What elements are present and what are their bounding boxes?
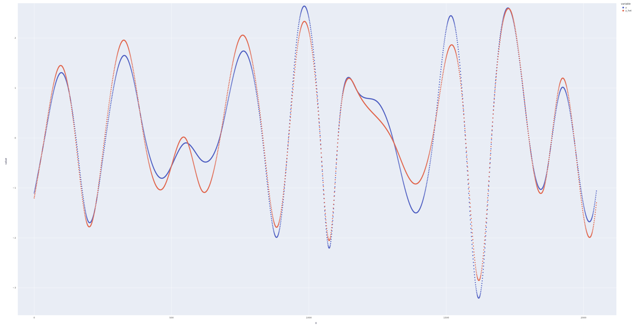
svg-point-1298 — [390, 130, 391, 132]
svg-point-1436 — [428, 172, 429, 173]
svg-point-4044 — [582, 208, 583, 209]
svg-point-2959 — [284, 184, 285, 185]
svg-point-67 — [52, 95, 53, 96]
svg-point-3865 — [533, 168, 534, 169]
svg-point-1990 — [580, 188, 581, 189]
svg-point-2706 — [214, 165, 216, 166]
svg-point-2204 — [76, 152, 78, 153]
svg-point-2997 — [294, 69, 295, 70]
svg-point-3710 — [490, 150, 491, 151]
svg-point-1651 — [487, 204, 488, 205]
svg-point-3624 — [466, 158, 468, 160]
svg-point-2974 — [288, 139, 289, 140]
svg-point-4024 — [576, 162, 578, 163]
svg-point-2782 — [235, 49, 236, 50]
svg-point-185 — [84, 208, 86, 210]
svg-point-3652 — [474, 260, 475, 261]
svg-point-3141 — [334, 192, 335, 193]
svg-point-3752 — [502, 25, 503, 26]
svg-point-3068 — [314, 68, 315, 70]
svg-point-160 — [78, 156, 78, 156]
svg-point-2968 — [286, 158, 287, 159]
svg-point-2056 — [36, 185, 37, 186]
svg-point-3754 — [502, 22, 503, 24]
svg-point-3638 — [470, 214, 471, 215]
svg-point-2918 — [272, 218, 274, 219]
svg-point-1879 — [550, 150, 551, 150]
svg-point-3713 — [491, 138, 492, 138]
svg-point-4043 — [582, 206, 582, 207]
svg-point-2394 — [129, 50, 130, 52]
svg-point-3853 — [530, 146, 530, 147]
svg-point-2072 — [40, 159, 41, 160]
svg-point-2553 — [172, 160, 173, 162]
svg-point-704 — [227, 102, 228, 104]
svg-point-1888 — [552, 132, 553, 133]
svg-point-3509 — [435, 121, 436, 122]
svg-point-999 — [308, 16, 309, 17]
svg-point-939 — [292, 91, 292, 92]
svg-point-2843 — [252, 62, 253, 63]
svg-point-4087 — [594, 220, 595, 221]
svg-point-2057 — [36, 183, 37, 184]
svg-point-2298 — [102, 152, 103, 152]
svg-point-1902 — [556, 106, 557, 108]
svg-point-1078 — [330, 244, 331, 246]
svg-point-3947 — [555, 106, 556, 106]
svg-point-2041 — [594, 202, 595, 204]
svg-point-3059 — [311, 48, 312, 49]
svg-point-1498 — [445, 32, 446, 33]
svg-point-2965 — [286, 167, 286, 168]
svg-point-2466 — [148, 163, 150, 164]
svg-point-2117 — [52, 86, 54, 87]
svg-point-1326 — [398, 161, 399, 162]
svg-point-889 — [278, 234, 279, 235]
svg-point-4086 — [594, 222, 594, 223]
svg-point-2985 — [291, 104, 292, 106]
svg-point-1665 — [491, 139, 492, 140]
svg-point-2994 — [294, 77, 294, 78]
svg-point-3813 — [518, 54, 520, 55]
svg-point-3134 — [332, 218, 333, 219]
svg-point-3598 — [459, 76, 460, 77]
svg-point-1695 — [499, 39, 500, 40]
svg-point-2005 — [584, 211, 585, 212]
svg-point-3792 — [512, 18, 514, 19]
svg-point-1973 — [576, 154, 576, 155]
svg-point-1000 — [308, 17, 309, 18]
svg-point-1940 — [566, 96, 568, 97]
svg-point-2468 — [149, 166, 150, 166]
svg-point-3857 — [530, 154, 532, 155]
svg-point-1907 — [558, 99, 558, 100]
svg-point-2200 — [75, 142, 76, 143]
svg-point-2071 — [40, 160, 41, 162]
svg-point-2711 — [216, 158, 217, 159]
svg-point-3519 — [438, 103, 439, 104]
svg-point-703 — [227, 104, 228, 105]
svg-point-2002 — [584, 207, 584, 208]
svg-point-1581 — [468, 188, 469, 189]
svg-point-1655 — [488, 186, 489, 187]
svg-point-2779 — [234, 52, 236, 53]
svg-point-3730 — [496, 76, 497, 77]
svg-point-3932 — [551, 138, 552, 138]
svg-point-2473 — [150, 171, 151, 172]
svg-point-2919 — [273, 220, 274, 220]
svg-point-858 — [269, 206, 270, 206]
svg-point-3002 — [296, 56, 297, 58]
svg-point-2969 — [287, 155, 288, 156]
svg-point-161 — [78, 158, 79, 159]
svg-point-3679 — [482, 266, 483, 266]
svg-point-899 — [281, 218, 282, 220]
svg-point-3156 — [338, 132, 339, 133]
svg-point-3753 — [502, 24, 503, 25]
svg-point-2286 — [99, 178, 100, 179]
svg-point-1011 — [311, 37, 312, 38]
svg-point-2449 — [144, 139, 145, 140]
svg-point-3534 — [442, 77, 443, 78]
svg-point-3167 — [341, 102, 342, 104]
svg-point-3759 — [504, 16, 505, 17]
svg-point-796 — [252, 73, 253, 74]
svg-point-2626 — [192, 160, 194, 162]
svg-point-3160 — [339, 120, 340, 120]
